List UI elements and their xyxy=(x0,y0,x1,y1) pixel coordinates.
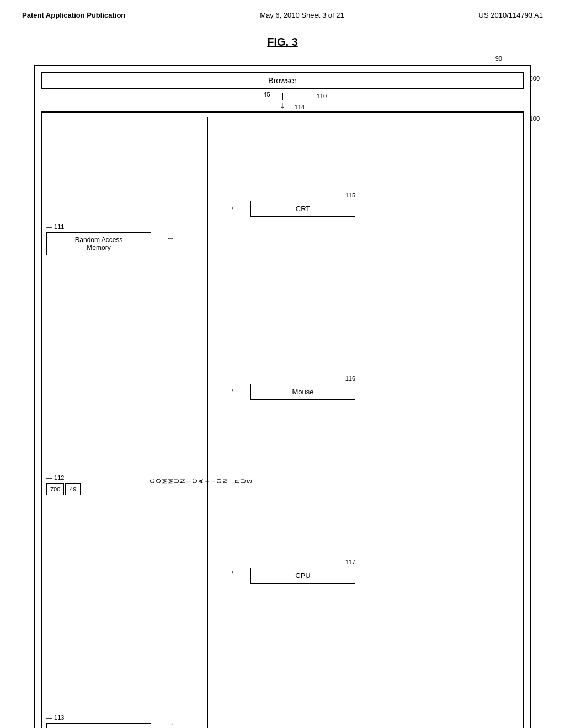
arr1-r1: → xyxy=(227,204,235,213)
ref-116: — 116 xyxy=(338,375,355,382)
ref-115: — 115 xyxy=(338,192,355,199)
header-right: US 2010/114793 A1 xyxy=(479,11,543,19)
section1-right-panel: — 115 CRT — 116 Mouse — 117 CPU — 118 Pr… xyxy=(245,117,355,728)
ref-113: — 113 xyxy=(46,714,64,721)
section1-ram-label: Random AccessMemory xyxy=(75,236,123,251)
arr1-3: → xyxy=(167,719,174,728)
section1-left-panel: — 111 Random AccessMemory — 112 700 49 —… xyxy=(46,117,157,728)
ref-114-label: 114 xyxy=(295,104,305,110)
section1-mouse: Mouse xyxy=(250,384,355,400)
section1-mouse-wrapper: — 116 Mouse xyxy=(250,384,355,400)
section1-keyboard: Keyboard xyxy=(46,723,151,728)
ref-800: 800 xyxy=(530,75,540,82)
arr1-1: ↔ xyxy=(167,234,174,243)
ref-117: — 117 xyxy=(338,559,355,565)
section1-bus-box: COMMUNICATION BUS xyxy=(194,117,208,728)
section1-cpu: CPU xyxy=(250,568,355,584)
ref-111: — 111 xyxy=(46,223,64,230)
section1-keyboard-wrapper: — 113 Keyboard xyxy=(46,723,151,728)
ref-45-1: 45 xyxy=(264,91,270,98)
arr1-r2: → xyxy=(227,386,235,395)
browser-bar: Browser 800 xyxy=(41,72,524,89)
arr1-r3: → xyxy=(227,568,235,577)
connector-1: 45 ↓ 110 114 xyxy=(41,92,524,111)
section1-small-700: 700 xyxy=(46,483,64,495)
section1-bus: COMMUNICATION BUS xyxy=(184,117,217,728)
section1-small-boxes: 700 49 xyxy=(46,483,151,495)
ref-112: — 112 xyxy=(46,474,64,481)
section1-ram: Random AccessMemory xyxy=(46,232,151,255)
section-1-wrapper: 100 — 111 Random AccessMemory — 112 700 … xyxy=(41,111,524,728)
section1-crt: CRT xyxy=(250,201,355,217)
section1-crt-wrapper: — 115 CRT xyxy=(250,201,355,217)
section1-small-wrapper: — 112 700 49 xyxy=(46,483,151,495)
section1-conn-right: → → → → xyxy=(217,117,245,728)
section-1-box: 100 — 111 Random AccessMemory — 112 700 … xyxy=(41,111,524,728)
ref-100: 100 xyxy=(530,115,540,122)
section1-conn-left: ↔ → → xyxy=(157,117,184,728)
page-header: Patent Application Publication May 6, 20… xyxy=(22,11,543,19)
header-center: May 6, 2010 Sheet 3 of 21 xyxy=(260,11,344,19)
browser-label: Browser xyxy=(268,76,296,85)
section1-small-49: 49 xyxy=(65,483,81,495)
section1-ram-wrapper: — 111 Random AccessMemory xyxy=(46,232,151,255)
section1-cpu-wrapper: — 117 CPU xyxy=(250,568,355,584)
outer-container: 90 Browser 800 45 ↓ 110 114 100 — 111 Ra… xyxy=(34,65,531,728)
ref-110: 110 xyxy=(317,93,327,99)
header-left: Patent Application Publication xyxy=(22,11,125,19)
ref-90: 90 xyxy=(495,55,502,62)
figure-title: FIG. 3 xyxy=(22,36,543,49)
